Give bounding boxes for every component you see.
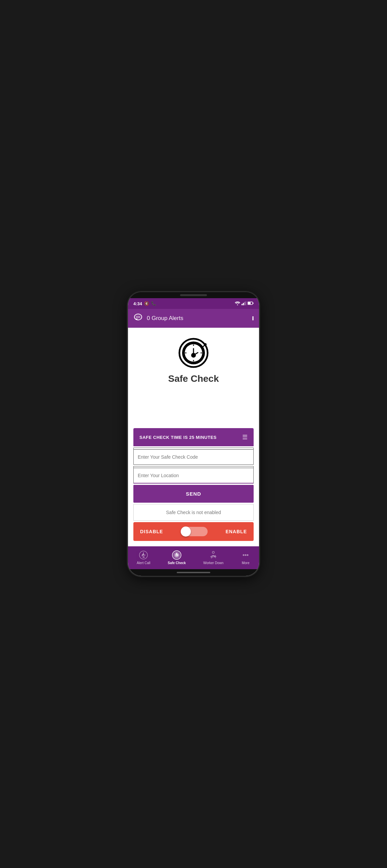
svg-rect-6 bbox=[248, 302, 250, 304]
form-area: SAFE CHECK TIME IS 25 MINUTES ☰ SEND Saf… bbox=[128, 428, 259, 546]
home-indicator bbox=[177, 572, 210, 573]
safe-check-nav-icon bbox=[172, 550, 181, 560]
svg-point-13 bbox=[139, 317, 140, 318]
nav-label-safe-check: Safe Check bbox=[168, 561, 186, 565]
svg-rect-7 bbox=[253, 303, 254, 304]
safe-check-time-bar: SAFE CHECK TIME IS 25 MINUTES ☰ bbox=[133, 428, 254, 446]
svg-rect-4 bbox=[245, 301, 246, 305]
location-input-wrapper bbox=[133, 466, 254, 484]
overflow-menu-button[interactable] bbox=[252, 316, 254, 320]
list-icon: ☰ bbox=[242, 434, 247, 441]
app-bar-title: 0 Group Alerts bbox=[147, 315, 248, 322]
home-bar bbox=[128, 569, 259, 576]
toggle-switch[interactable] bbox=[181, 527, 208, 536]
svg-point-22 bbox=[204, 343, 207, 346]
svg-point-12 bbox=[138, 317, 139, 318]
toggle-bar: DISABLE ENABLE bbox=[133, 522, 254, 541]
main-content: Safe Check SAFE CHECK TIME IS 25 MINUTES… bbox=[128, 328, 259, 546]
main-app-title: Safe Check bbox=[168, 373, 219, 384]
logo-area: Safe Check bbox=[161, 328, 226, 391]
svg-point-31 bbox=[247, 554, 248, 556]
svg-point-11 bbox=[137, 317, 138, 318]
phone-screen: 4:34 🔇 📞 bbox=[128, 298, 259, 576]
send-button[interactable]: SEND bbox=[133, 485, 254, 503]
alert-call-icon bbox=[139, 550, 148, 560]
wifi-icon bbox=[235, 301, 240, 306]
nav-item-worker-down[interactable]: Worker Down bbox=[203, 550, 224, 565]
toggle-track bbox=[181, 527, 208, 536]
app-logo-icon bbox=[178, 338, 209, 368]
nav-label-alert-call: Alert Call bbox=[137, 561, 150, 565]
disable-label: DISABLE bbox=[140, 529, 163, 534]
svg-rect-2 bbox=[243, 303, 244, 305]
svg-point-0 bbox=[237, 304, 238, 305]
time-display: 4:34 bbox=[133, 301, 142, 306]
status-left: 4:34 🔇 📞 bbox=[133, 301, 156, 306]
svg-rect-3 bbox=[244, 302, 245, 305]
signal-icon bbox=[242, 301, 246, 306]
battery-icon bbox=[247, 301, 254, 306]
code-input-wrapper bbox=[133, 447, 254, 465]
call-icon: 📞 bbox=[151, 301, 156, 306]
notch bbox=[180, 294, 207, 296]
bottom-nav: Alert Call Safe Check bbox=[128, 546, 259, 569]
nav-item-alert-call[interactable]: Alert Call bbox=[137, 550, 150, 565]
mute-icon: 🔇 bbox=[144, 301, 149, 306]
svg-point-28 bbox=[212, 551, 214, 553]
phone-frame: 4:34 🔇 📞 bbox=[128, 292, 259, 576]
nav-label-more: More bbox=[242, 561, 249, 565]
location-input[interactable] bbox=[134, 468, 253, 483]
status-message-text: Safe Check is not enabled bbox=[166, 510, 221, 515]
svg-point-27 bbox=[176, 554, 177, 555]
chat-icon bbox=[133, 313, 143, 324]
status-bar: 4:34 🔇 📞 bbox=[128, 298, 259, 309]
notch-bar bbox=[128, 292, 259, 298]
nav-label-worker-down: Worker Down bbox=[203, 561, 224, 565]
svg-rect-1 bbox=[242, 304, 242, 305]
nav-item-more[interactable]: More bbox=[241, 550, 250, 565]
enable-label: ENABLE bbox=[226, 529, 247, 534]
more-icon bbox=[241, 550, 250, 560]
toggle-thumb bbox=[181, 527, 191, 536]
worker-down-icon bbox=[209, 550, 218, 560]
status-right bbox=[235, 301, 254, 306]
nav-item-safe-check[interactable]: Safe Check bbox=[168, 550, 186, 565]
status-message-box: Safe Check is not enabled bbox=[133, 504, 254, 521]
svg-point-30 bbox=[245, 554, 246, 556]
safe-check-code-input[interactable] bbox=[134, 449, 253, 464]
svg-point-29 bbox=[243, 554, 244, 556]
app-bar: 0 Group Alerts bbox=[128, 309, 259, 328]
safe-check-time-label: SAFE CHECK TIME IS 25 MINUTES bbox=[140, 435, 217, 440]
